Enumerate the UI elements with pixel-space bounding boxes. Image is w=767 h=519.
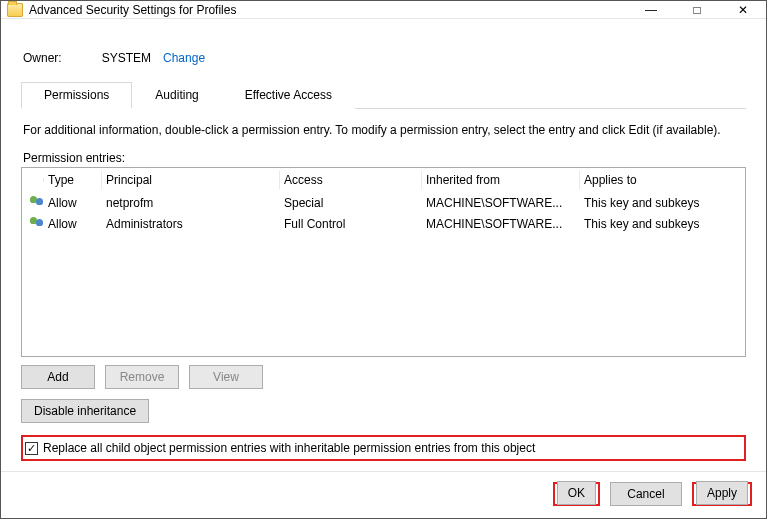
add-button[interactable]: Add [21,365,95,389]
entries-label: Permission entries: [23,151,744,165]
tab-permissions[interactable]: Permissions [21,82,132,109]
tab-effective-access[interactable]: Effective Access [222,82,355,109]
window-title: Advanced Security Settings for Profiles [29,3,236,17]
apply-button[interactable]: Apply [696,481,748,505]
cell-access: Special [280,195,422,211]
table-row[interactable]: Allow Administrators Full Control MACHIN… [22,213,745,234]
close-button[interactable]: ✕ [720,1,766,18]
view-button: View [189,365,263,389]
minimize-button[interactable]: — [628,1,674,18]
col-access[interactable]: Access [280,171,422,189]
window-controls: — □ ✕ [628,1,766,18]
change-owner-link[interactable]: Change [163,51,205,65]
cell-inherited: MACHINE\SOFTWARE... [422,195,580,211]
replace-children-checkbox[interactable]: ✓ [25,442,38,455]
col-principal[interactable]: Principal [102,171,280,189]
folder-icon [7,3,23,17]
info-text: For additional information, double-click… [23,123,744,137]
ok-highlight: OK [553,482,600,506]
col-type[interactable]: Type [44,171,102,189]
owner-row: Owner: SYSTEM Change [23,51,746,65]
cell-applies: This key and subkeys [580,216,741,232]
user-group-icon [30,215,44,229]
cell-access: Full Control [280,216,422,232]
apply-highlight: Apply [692,482,752,506]
ok-button[interactable]: OK [557,481,596,505]
grid-header: Type Principal Access Inherited from App… [22,168,745,192]
cell-type: Allow [44,195,102,211]
remove-button: Remove [105,365,179,389]
dialog-footer: OK Cancel Apply [1,471,766,518]
client-area: Owner: SYSTEM Change Permissions Auditin… [1,19,766,471]
col-applies[interactable]: Applies to [580,171,741,189]
tabs: Permissions Auditing Effective Access [21,81,746,109]
cell-principal: Administrators [102,216,280,232]
titlebar: Advanced Security Settings for Profiles … [1,1,766,19]
cancel-button[interactable]: Cancel [610,482,682,506]
cell-applies: This key and subkeys [580,195,741,211]
owner-value: SYSTEM [102,51,151,65]
entry-buttons: Add Remove View [21,365,746,389]
disable-inheritance-button[interactable]: Disable inheritance [21,399,149,423]
user-group-icon [30,194,44,208]
col-inherited[interactable]: Inherited from [422,171,580,189]
inheritance-buttons: Disable inheritance [21,399,746,423]
cell-type: Allow [44,216,102,232]
permissions-grid[interactable]: Type Principal Access Inherited from App… [21,167,746,357]
tab-auditing[interactable]: Auditing [132,82,221,109]
cell-inherited: MACHINE\SOFTWARE... [422,216,580,232]
cell-principal: netprofm [102,195,280,211]
owner-label: Owner: [23,51,62,65]
replace-children-label: Replace all child object permission entr… [43,441,535,455]
window: Advanced Security Settings for Profiles … [0,0,767,519]
table-row[interactable]: Allow netprofm Special MACHINE\SOFTWARE.… [22,192,745,213]
replace-children-row[interactable]: ✓ Replace all child object permission en… [21,435,746,461]
maximize-button[interactable]: □ [674,1,720,18]
